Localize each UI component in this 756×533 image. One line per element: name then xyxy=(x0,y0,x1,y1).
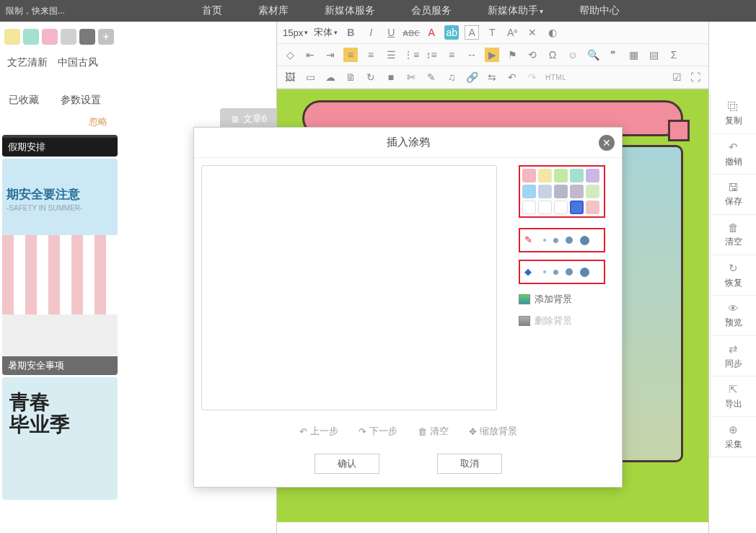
pen-icon: ✎ xyxy=(524,234,536,246)
modal-overlay: 插入涂鸦 ✕ ✎ ◆ xyxy=(0,0,756,533)
scrawl-clear[interactable]: 🗑清空 xyxy=(418,425,449,438)
eraser-size-2[interactable] xyxy=(553,270,558,275)
remove-background: 删除背景 xyxy=(519,314,605,327)
add-background[interactable]: 添加背景 xyxy=(519,293,605,306)
trash-icon: 🗑 xyxy=(418,426,427,437)
cancel-button[interactable]: 取消 xyxy=(437,454,502,474)
pen-size-4[interactable] xyxy=(580,236,589,245)
color-swatch[interactable] xyxy=(538,169,552,182)
color-swatch[interactable] xyxy=(522,185,536,198)
color-swatch[interactable] xyxy=(586,169,599,182)
close-icon[interactable]: ✕ xyxy=(599,135,615,151)
color-grid xyxy=(519,165,605,218)
color-swatch[interactable] xyxy=(570,169,584,182)
eraser-size-4[interactable] xyxy=(580,268,589,277)
scrawl-scale[interactable]: ✥缩放背景 xyxy=(469,425,517,438)
color-swatch[interactable] xyxy=(554,201,568,214)
move-icon: ✥ xyxy=(469,426,477,437)
color-swatch[interactable] xyxy=(538,185,552,198)
undo-icon: ↶ xyxy=(299,426,307,437)
pen-size-1[interactable] xyxy=(543,239,546,242)
draw-canvas[interactable] xyxy=(201,165,497,410)
color-swatch[interactable] xyxy=(538,201,552,214)
color-swatch[interactable] xyxy=(586,185,599,198)
scrawl-modal: 插入涂鸦 ✕ ✎ ◆ xyxy=(193,127,623,488)
image-icon xyxy=(519,316,530,326)
scrawl-redo[interactable]: ↷下一步 xyxy=(359,425,397,438)
color-swatch[interactable] xyxy=(570,201,584,214)
eraser-size-1[interactable] xyxy=(543,270,546,273)
color-swatch[interactable] xyxy=(586,201,599,214)
modal-buttons: 确认 取消 xyxy=(194,445,622,483)
pen-size-3[interactable] xyxy=(566,237,573,244)
color-swatch[interactable] xyxy=(522,169,536,182)
redo-icon: ↷ xyxy=(359,426,366,437)
color-swatch[interactable] xyxy=(522,201,536,214)
eraser-icon: ◆ xyxy=(524,266,536,278)
confirm-button[interactable]: 确认 xyxy=(315,454,379,474)
tool-panel: ✎ ◆ 添加背景 xyxy=(519,165,605,410)
image-icon xyxy=(519,294,530,304)
eraser-size-row: ◆ xyxy=(519,260,605,284)
color-swatch[interactable] xyxy=(554,169,568,182)
color-swatch[interactable] xyxy=(570,185,584,198)
pen-size-row: ✎ xyxy=(519,228,605,252)
pen-size-2[interactable] xyxy=(553,238,558,243)
modal-actions: ↶上一步 ↷下一步 🗑清空 ✥缩放背景 xyxy=(194,418,622,445)
eraser-size-3[interactable] xyxy=(566,268,573,276)
color-swatch[interactable] xyxy=(554,185,568,198)
scrawl-undo[interactable]: ↶上一步 xyxy=(299,425,338,438)
modal-title: 插入涂鸦 xyxy=(387,136,430,149)
modal-header: 插入涂鸦 ✕ xyxy=(194,128,622,158)
